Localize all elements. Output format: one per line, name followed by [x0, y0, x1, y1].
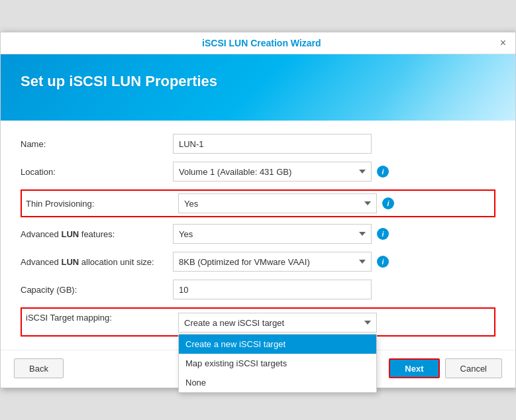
window-title: iSCSI LUN Creation Wizard: [23, 38, 500, 48]
header-banner: Set up iSCSI LUN Properties: [1, 54, 515, 121]
location-controls: Volume 1 (Available: 431 GB) i: [173, 162, 495, 182]
name-controls: [173, 134, 495, 154]
location-label: Location:: [21, 167, 173, 177]
title-bar: iSCSI LUN Creation Wizard ×: [1, 32, 515, 54]
iscsi-mapping-dropdown-menu: Create a new iSCSI target Map existing i…: [178, 334, 377, 393]
advanced-alloc-row: Advanced LUN allocation unit size: 8KB (…: [21, 252, 495, 272]
iscsi-mapping-highlighted: iSCSI Target mapping: Create a new iSCSI…: [21, 307, 495, 337]
close-button[interactable]: ×: [500, 38, 506, 48]
page-title: Set up iSCSI LUN Properties: [21, 73, 495, 90]
capacity-controls: [173, 280, 495, 299]
advanced-lun-features-info-icon[interactable]: i: [377, 228, 389, 240]
back-button[interactable]: Back: [14, 358, 64, 378]
thin-provisioning-highlighted: Thin Provisioning: Yes No i: [21, 189, 495, 217]
name-label: Name:: [21, 139, 173, 149]
advanced-alloc-select[interactable]: 8KB (Optimized for VMware VAAI): [173, 252, 372, 272]
advanced-lun-features-controls: Yes No i: [173, 224, 495, 244]
iscsi-mapping-select[interactable]: Create a new iSCSI target Map existing i…: [178, 313, 377, 333]
dropdown-option-none[interactable]: None: [179, 373, 376, 392]
iscsi-mapping-label: iSCSI Target mapping:: [26, 313, 178, 323]
location-info-icon[interactable]: i: [377, 166, 389, 178]
capacity-input[interactable]: [173, 280, 372, 299]
next-button[interactable]: Next: [389, 358, 439, 378]
advanced-lun-features-select[interactable]: Yes No: [173, 224, 372, 244]
wizard-window: iSCSI LUN Creation Wizard × Set up iSCSI…: [0, 32, 516, 388]
thin-provisioning-label: Thin Provisioning:: [26, 199, 178, 209]
name-row: Name:: [21, 134, 495, 154]
thin-provisioning-row: Thin Provisioning: Yes No i: [26, 193, 490, 213]
location-row: Location: Volume 1 (Available: 431 GB) i: [21, 162, 495, 182]
iscsi-mapping-dropdown-container: Create a new iSCSI target Map existing i…: [178, 313, 377, 333]
dropdown-option-map[interactable]: Map existing iSCSI targets: [179, 354, 376, 373]
thin-provisioning-info-icon[interactable]: i: [382, 197, 394, 209]
advanced-alloc-label: Advanced LUN allocation unit size:: [21, 257, 173, 267]
advanced-alloc-info-icon[interactable]: i: [377, 256, 389, 268]
capacity-label: Capacity (GB):: [21, 285, 173, 295]
iscsi-mapping-controls: Create a new iSCSI target Map existing i…: [178, 313, 490, 333]
advanced-lun-features-row: Advanced LUN features: Yes No i: [21, 224, 495, 244]
location-select[interactable]: Volume 1 (Available: 431 GB): [173, 162, 372, 182]
cancel-button[interactable]: Cancel: [445, 358, 502, 378]
thin-provisioning-select[interactable]: Yes No: [178, 193, 377, 213]
advanced-lun-features-label: Advanced LUN features:: [21, 229, 173, 239]
form-content: Name: Location: Volume 1 (Available: 431…: [1, 121, 515, 350]
name-input[interactable]: [173, 134, 372, 154]
advanced-alloc-controls: 8KB (Optimized for VMware VAAI) i: [173, 252, 495, 272]
iscsi-mapping-row: iSCSI Target mapping: Create a new iSCSI…: [26, 311, 490, 333]
dropdown-option-create[interactable]: Create a new iSCSI target: [179, 335, 376, 354]
capacity-row: Capacity (GB):: [21, 280, 495, 299]
thin-provisioning-controls: Yes No i: [178, 193, 490, 213]
